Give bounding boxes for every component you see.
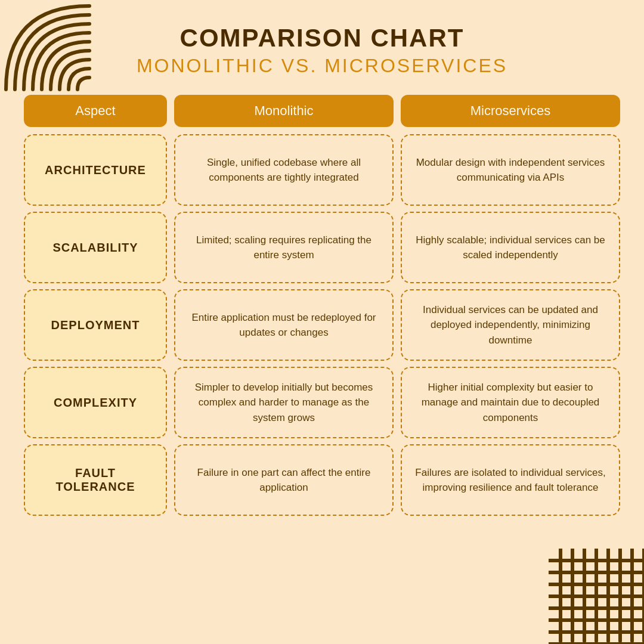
page-subtitle: MONOLITHIC VS. MICROSERVICES	[0, 55, 644, 77]
monolithic-cell-4: Failure in one part can affect the entir…	[174, 444, 394, 516]
page-title: COMPARISON CHART	[0, 24, 644, 52]
table-body: ARCHITECTURESingle, unified codebase whe…	[24, 134, 620, 516]
monolithic-cell-2: Entire application must be redeployed fo…	[174, 289, 394, 361]
microservices-cell-1: Highly scalable; individual services can…	[401, 212, 620, 283]
corner-decoration-top-left	[0, 0, 95, 95]
monolithic-cell-3: Simpler to develop initially but becomes…	[174, 367, 394, 438]
monolithic-cell-0: Single, unified codebase where all compo…	[174, 134, 394, 206]
table-row: COMPLEXITYSimpler to develop initially b…	[24, 367, 620, 438]
col-header-monolithic: Monolithic	[174, 95, 394, 127]
table-row: FAULT TOLERANCEFailure in one part can a…	[24, 444, 620, 516]
microservices-cell-3: Higher initial complexity but easier to …	[401, 367, 620, 438]
table-row: DEPLOYMENTEntire application must be red…	[24, 289, 620, 361]
table-row: ARCHITECTURESingle, unified codebase whe…	[24, 134, 620, 206]
microservices-cell-0: Modular design with independent services…	[401, 134, 620, 206]
microservices-cell-2: Individual services can be updated and d…	[401, 289, 620, 361]
table-row: SCALABILITYLimited; scaling requires rep…	[24, 212, 620, 283]
col-header-microservices: Microservices	[401, 95, 620, 127]
aspect-cell-4: FAULT TOLERANCE	[24, 444, 167, 516]
aspect-cell-3: COMPLEXITY	[24, 367, 167, 438]
page-header: COMPARISON CHART MONOLITHIC VS. MICROSER…	[0, 0, 644, 95]
corner-decoration-bottom-right	[549, 549, 644, 644]
col-header-aspect: Aspect	[24, 95, 167, 127]
aspect-cell-2: DEPLOYMENT	[24, 289, 167, 361]
microservices-cell-4: Failures are isolated to individual serv…	[401, 444, 620, 516]
monolithic-cell-1: Limited; scaling requires replicating th…	[174, 212, 394, 283]
comparison-table: Aspect Monolithic Microservices ARCHITEC…	[24, 95, 620, 516]
aspect-cell-0: ARCHITECTURE	[24, 134, 167, 206]
aspect-cell-1: SCALABILITY	[24, 212, 167, 283]
table-header-row: Aspect Monolithic Microservices	[24, 95, 620, 127]
